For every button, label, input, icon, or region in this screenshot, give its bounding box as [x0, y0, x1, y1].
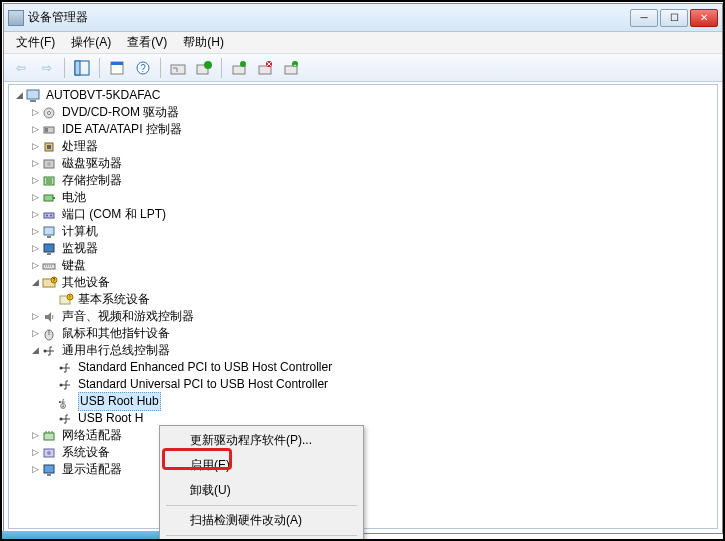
menu-file[interactable]: 文件(F): [8, 32, 63, 53]
svg-rect-53: [44, 465, 54, 473]
svg-rect-9: [233, 66, 245, 74]
tree-node-usb-controllers[interactable]: ◢ 通用串行总线控制器: [13, 342, 717, 359]
tree-node[interactable]: ▷存储控制器: [13, 172, 717, 189]
expand-icon[interactable]: ▷: [29, 206, 41, 223]
minimize-button[interactable]: ─: [630, 9, 658, 27]
ctx-uninstall[interactable]: 卸载(U): [162, 478, 361, 503]
expand-icon[interactable]: ▷: [29, 104, 41, 121]
tree-label: 键盘: [62, 257, 86, 274]
window-title: 设备管理器: [28, 9, 630, 26]
svg-point-52: [47, 451, 51, 455]
expand-icon[interactable]: ◢: [29, 274, 41, 291]
show-hide-tree-button[interactable]: [70, 56, 94, 80]
display-icon: [42, 463, 58, 477]
tree-label: 基本系统设备: [78, 291, 150, 308]
svg-rect-6: [171, 65, 185, 74]
ctx-enable[interactable]: 启用(E): [162, 453, 361, 478]
expand-icon[interactable]: ◢: [29, 342, 41, 359]
disc-icon: [42, 106, 58, 120]
tree-node-basic-system-device[interactable]: ! 基本系统设备: [13, 291, 717, 308]
expand-icon[interactable]: ▷: [29, 427, 41, 444]
expand-icon[interactable]: ▷: [29, 138, 41, 155]
tree-label: 声音、视频和游戏控制器: [62, 308, 194, 325]
tree-node-usb[interactable]: USB Root Hub: [13, 393, 717, 410]
tree-node[interactable]: ▷DVD/CD-ROM 驱动器: [13, 104, 717, 121]
sound-icon: [42, 310, 58, 324]
svg-rect-50: [44, 433, 54, 440]
refresh-button[interactable]: [166, 56, 190, 80]
svg-rect-33: [47, 236, 51, 238]
expand-icon[interactable]: ◢: [13, 87, 25, 104]
maximize-button[interactable]: ☐: [660, 9, 688, 27]
tree-node-usb[interactable]: Standard Enhanced PCI to USB Host Contro…: [13, 359, 717, 376]
tree-node[interactable]: ▷监视器: [13, 240, 717, 257]
tree-node[interactable]: ▷计算机: [13, 223, 717, 240]
expand-icon[interactable]: ▷: [29, 444, 41, 461]
svg-point-30: [46, 214, 48, 216]
svg-rect-16: [27, 90, 39, 99]
tree-node-other-devices[interactable]: ◢ ? 其他设备: [13, 274, 717, 291]
tree-node[interactable]: ▷系统设备: [13, 444, 717, 461]
svg-rect-11: [259, 66, 271, 74]
tree-node[interactable]: ▷声音、视频和游戏控制器: [13, 308, 717, 325]
expand-icon[interactable]: ▷: [29, 121, 41, 138]
menu-action[interactable]: 操作(A): [63, 32, 119, 53]
tree-node-usb[interactable]: USB Root H: [13, 410, 717, 427]
expand-icon[interactable]: ▷: [29, 325, 41, 342]
uninstall-button[interactable]: [253, 56, 277, 80]
close-button[interactable]: ✕: [690, 9, 718, 27]
tree-label: 系统设备: [62, 444, 110, 461]
nav-back-button[interactable]: [9, 56, 33, 80]
ctx-separator: [166, 535, 357, 536]
svg-rect-34: [44, 244, 54, 252]
tree-node[interactable]: ▷端口 (COM 和 LPT): [13, 206, 717, 223]
properties-button[interactable]: [105, 56, 129, 80]
svg-rect-23: [47, 145, 51, 149]
tree-node[interactable]: ▷键盘: [13, 257, 717, 274]
expand-icon[interactable]: ▷: [29, 257, 41, 274]
expand-icon[interactable]: ▷: [29, 223, 41, 240]
tree-label: 端口 (COM 和 LPT): [62, 206, 166, 223]
tree-label: USB Root Hub: [78, 392, 161, 411]
scan-hardware-button[interactable]: +: [279, 56, 303, 80]
tree-label: DVD/CD-ROM 驱动器: [62, 104, 179, 121]
tree-node[interactable]: ▷电池: [13, 189, 717, 206]
computer-icon: [26, 89, 42, 103]
ctx-scan[interactable]: 扫描检测硬件改动(A): [162, 508, 361, 533]
menu-view[interactable]: 查看(V): [119, 32, 175, 53]
tree-node-usb[interactable]: Standard Universal PCI to USB Host Contr…: [13, 376, 717, 393]
expand-icon[interactable]: ▷: [29, 172, 41, 189]
svg-text:!: !: [69, 294, 70, 300]
svg-rect-35: [47, 253, 51, 255]
nav-forward-button[interactable]: [35, 56, 59, 80]
expand-icon[interactable]: ▷: [29, 461, 41, 478]
mouse-icon: [42, 327, 58, 341]
update-driver-button[interactable]: [227, 56, 251, 80]
expand-icon[interactable]: ▷: [29, 155, 41, 172]
expand-icon[interactable]: ▷: [29, 240, 41, 257]
svg-point-19: [48, 111, 51, 114]
device-manager-window: 设备管理器 ─ ☐ ✕ 文件(F) 操作(A) 查看(V) 帮助(H) ?: [3, 3, 723, 534]
tree-node[interactable]: ▷鼠标和其他指针设备: [13, 325, 717, 342]
tree-root[interactable]: ◢ AUTOBVT-5KDAFAC: [13, 87, 717, 104]
tree-node[interactable]: ▷磁盘驱动器: [13, 155, 717, 172]
toolbar: ? +: [4, 54, 722, 82]
ctx-update-driver[interactable]: 更新驱动程序软件(P)...: [162, 428, 361, 453]
svg-rect-17: [30, 100, 36, 102]
svg-rect-21: [45, 128, 48, 132]
tree-label: Standard Universal PCI to USB Host Contr…: [78, 376, 328, 393]
expand-icon[interactable]: ▷: [29, 308, 41, 325]
svg-point-44: [44, 349, 47, 352]
tree-node[interactable]: ▷显示适配器: [13, 461, 717, 478]
tree-node[interactable]: ▷处理器: [13, 138, 717, 155]
enable-button[interactable]: [192, 56, 216, 80]
system-icon: [42, 446, 58, 460]
keyboard-icon: [42, 259, 58, 273]
tree-node[interactable]: ▷IDE ATA/ATAPI 控制器: [13, 121, 717, 138]
tree-label: 网络适配器: [62, 427, 122, 444]
menu-help[interactable]: 帮助(H): [175, 32, 232, 53]
expand-icon[interactable]: ▷: [29, 189, 41, 206]
tree-node[interactable]: ▷网络适配器: [13, 427, 717, 444]
help-button[interactable]: ?: [131, 56, 155, 80]
svg-point-31: [50, 214, 52, 216]
